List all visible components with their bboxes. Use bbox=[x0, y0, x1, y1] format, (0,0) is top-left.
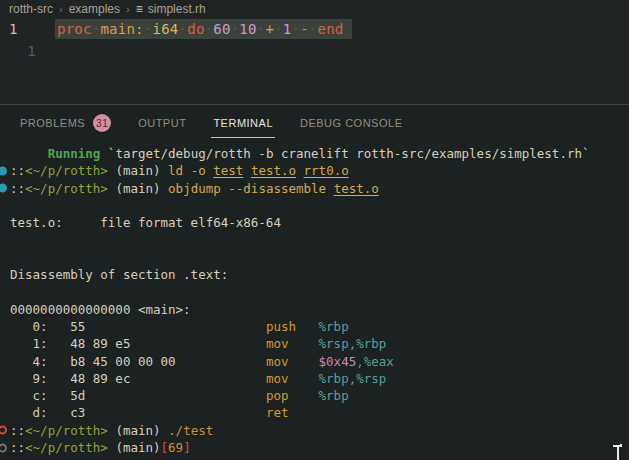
file-type-icon: ≡ bbox=[136, 2, 143, 16]
whitespace-dot: · bbox=[291, 21, 300, 37]
line-number: 1 bbox=[0, 21, 36, 37]
terminal-text: 0: 55 bbox=[10, 319, 266, 334]
breadcrumb-item-file[interactable]: simplest.rh bbox=[148, 2, 206, 16]
terminal-text: 0000000000000000 <main>: bbox=[10, 302, 191, 317]
whitespace-dot: · bbox=[179, 21, 188, 37]
terminal-text: `target/debug/rotth -b cranelift rotth-s… bbox=[100, 146, 589, 161]
terminal-text: Disassembly of section .text: bbox=[10, 267, 228, 282]
terminal-line bbox=[10, 249, 629, 266]
command-decoration-red-icon[interactable] bbox=[0, 426, 7, 435]
panel-tab-bar: PROBLEMS 31 OUTPUT TERMINAL DEBUG CONSOL… bbox=[0, 105, 629, 141]
terminal-text bbox=[288, 354, 318, 369]
whitespace-dot: · bbox=[274, 21, 283, 37]
terminal-text: ./test bbox=[168, 423, 213, 438]
terminal-text: [ bbox=[161, 440, 169, 455]
terminal-line: 4: b8 45 00 00 00 mov $0x45,%eax bbox=[10, 353, 629, 370]
terminal-text: push bbox=[266, 319, 296, 334]
tab-terminal[interactable]: TERMINAL bbox=[213, 105, 273, 141]
tab-debug-console[interactable]: DEBUG CONSOLE bbox=[300, 105, 402, 141]
terminal-line: 9: 48 89 ec mov %rbp,%rsp bbox=[10, 370, 629, 387]
tab-label: TERMINAL bbox=[213, 117, 273, 129]
terminal-text: (main) bbox=[108, 423, 168, 438]
terminal-line bbox=[10, 231, 629, 248]
code-token: 10 bbox=[239, 21, 256, 37]
terminal-text bbox=[288, 388, 318, 403]
tab-label: DEBUG CONSOLE bbox=[300, 117, 402, 129]
terminal-line: d: c3 ret bbox=[10, 404, 629, 421]
code-token: + bbox=[265, 21, 274, 37]
tab-output[interactable]: OUTPUT bbox=[138, 105, 186, 141]
code-line-1[interactable]: 1 proc·main:·i64·do·60·10·+·1·-·end bbox=[0, 18, 629, 40]
tab-problems[interactable]: PROBLEMS 31 bbox=[20, 105, 111, 141]
terminal-text: d: c3 bbox=[10, 405, 266, 420]
tab-label: OUTPUT bbox=[138, 117, 186, 129]
terminal-text: (main) bbox=[108, 163, 168, 178]
terminal-line: c: 5d pop %rbp bbox=[10, 387, 629, 404]
whitespace-dot: · bbox=[144, 21, 153, 37]
terminal-line bbox=[10, 197, 629, 214]
terminal-text: mov bbox=[266, 354, 289, 369]
terminal-text: Running bbox=[48, 146, 101, 161]
terminal-text: test.o: file format elf64-x86-64 bbox=[10, 215, 281, 230]
code-token: end bbox=[318, 21, 344, 37]
command-decoration-blue-icon[interactable] bbox=[0, 166, 7, 175]
terminal-line: 0000000000000000 <main>: bbox=[10, 301, 629, 318]
highlighted-code[interactable]: proc·main:·i64·do·60·10·+·1·-·end bbox=[55, 19, 352, 39]
terminal-line: Disassembly of section .text: bbox=[10, 266, 629, 283]
terminal-text: :: bbox=[10, 423, 25, 438]
terminal-text: 1: 48 89 e5 bbox=[10, 336, 266, 351]
terminal-line: ::<~/p/rotth> (main)[69] bbox=[10, 439, 629, 456]
terminal-text: %rsp,%rbp bbox=[319, 336, 387, 351]
command-decoration-blue-icon[interactable] bbox=[0, 184, 7, 193]
terminal-text: (main) bbox=[108, 440, 161, 455]
terminal-file-link[interactable]: rrt0.o bbox=[304, 163, 349, 178]
mouse-cursor bbox=[612, 444, 628, 460]
terminal-text: :: bbox=[10, 163, 25, 178]
terminal-line: ::<~/p/rotth> (main) objdump --disassemb… bbox=[10, 180, 629, 197]
terminal-line: 0: 55 push %rbp bbox=[10, 318, 629, 335]
breadcrumb: rotth-src › examples › ≡ simplest.rh bbox=[0, 0, 629, 18]
terminal-line: 1: 48 89 e5 mov %rsp,%rbp bbox=[10, 335, 629, 352]
terminal-text: (main) bbox=[108, 181, 168, 196]
terminal-text: ] bbox=[183, 440, 191, 455]
terminal-text bbox=[288, 336, 318, 351]
terminal-output[interactable]: Running `target/debug/rotth -b cranelift… bbox=[0, 145, 629, 456]
terminal-text: <~/p/rotth> bbox=[25, 181, 108, 196]
terminal-text: %rbp,%rsp bbox=[319, 371, 387, 386]
terminal-text: objdump --disassemble bbox=[168, 181, 334, 196]
code-token: 60 bbox=[213, 21, 230, 37]
terminal-file-link[interactable]: test.o bbox=[334, 181, 379, 196]
terminal-text: ,%eax bbox=[356, 354, 394, 369]
terminal-file-link[interactable]: test bbox=[213, 163, 243, 178]
terminal-text: ret bbox=[266, 405, 289, 420]
terminal-line: test.o: file format elf64-x86-64 bbox=[10, 214, 629, 231]
editor-pane: rotth-src › examples › ≡ simplest.rh 1 p… bbox=[0, 0, 629, 104]
terminal-text: <~/p/rotth> bbox=[25, 440, 108, 455]
code-token: i64 bbox=[153, 21, 179, 37]
code-token: proc bbox=[57, 21, 92, 37]
breadcrumb-separator: › bbox=[59, 3, 63, 15]
terminal-line: ::<~/p/rotth> (main) ./test bbox=[10, 422, 629, 439]
code-token: - bbox=[300, 21, 309, 37]
tab-label: PROBLEMS bbox=[20, 117, 85, 129]
terminal-text bbox=[243, 163, 251, 178]
code-line-2[interactable]: 1 bbox=[0, 40, 629, 62]
breadcrumb-item-subfolder[interactable]: examples bbox=[69, 2, 120, 16]
whitespace-dot: · bbox=[205, 21, 214, 37]
terminal-text bbox=[296, 319, 319, 334]
breadcrumb-separator: › bbox=[126, 3, 130, 15]
terminal-text: 69 bbox=[168, 440, 183, 455]
terminal-text: 9: 48 89 ec bbox=[10, 371, 266, 386]
terminal-text: %rbp bbox=[319, 388, 349, 403]
terminal-file-link[interactable]: test.o bbox=[251, 163, 296, 178]
whitespace-dot: · bbox=[309, 21, 318, 37]
bottom-panel: PROBLEMS 31 OUTPUT TERMINAL DEBUG CONSOL… bbox=[0, 105, 629, 460]
problems-count-badge: 31 bbox=[93, 114, 111, 132]
command-decoration-gray-icon[interactable] bbox=[0, 443, 7, 452]
terminal-text bbox=[10, 146, 48, 161]
terminal-text: <~/p/rotth> bbox=[25, 163, 108, 178]
relative-line-number: 1 bbox=[0, 43, 36, 59]
code-token: main: bbox=[100, 21, 143, 37]
terminal-text: %rbp bbox=[319, 319, 349, 334]
breadcrumb-item-folder[interactable]: rotth-src bbox=[9, 2, 53, 16]
